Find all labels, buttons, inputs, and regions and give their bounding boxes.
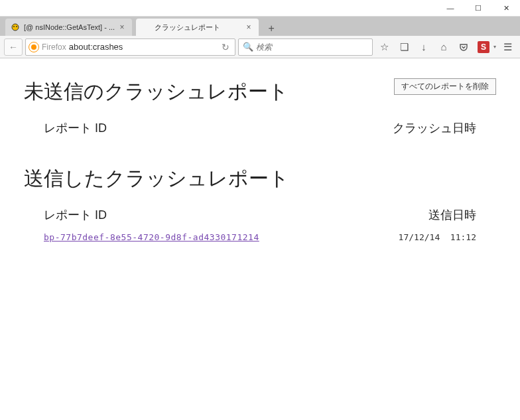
remove-all-reports-button[interactable]: すべてのレポートを削除 (394, 78, 496, 95)
window-titlebar: — ☐ ✕ (0, 0, 520, 17)
sent-reports-table: レポート ID 送信日時 bp-77b7deef-8e55-4720-9d8f-… (24, 207, 496, 246)
svg-point-3 (31, 44, 36, 50)
window-close-button[interactable]: ✕ (492, 0, 520, 17)
page-content: 未送信のクラッシュレポート すべてのレポートを削除 レポート ID クラッシュ日… (0, 58, 520, 266)
svg-point-2 (16, 26, 17, 27)
tab-title: クラッシュレポート (155, 23, 241, 33)
svg-point-0 (12, 24, 19, 31)
menu-icon[interactable]: ☰ (499, 38, 516, 56)
downloads-icon[interactable]: ↓ (415, 38, 432, 56)
chevron-down-icon[interactable]: ▾ (493, 44, 496, 50)
library-icon[interactable]: ❏ (395, 38, 413, 56)
identity-label: Firefox (42, 42, 66, 52)
tab-bugzilla[interactable]: [@ nsINode::GetAsText] - ... × (5, 19, 132, 36)
new-tab-button[interactable]: + (263, 21, 280, 36)
url-bar[interactable]: Firefox about:crashes ↻ (25, 38, 235, 56)
search-bar[interactable]: 🔍 (238, 38, 373, 56)
unsent-reports-heading: 未送信のクラッシュレポート (24, 78, 289, 105)
search-input[interactable] (256, 42, 368, 52)
tab-crashes[interactable]: クラッシュレポート × (136, 19, 259, 36)
close-icon[interactable]: × (244, 23, 253, 32)
close-icon[interactable]: × (117, 23, 127, 32)
pocket-icon[interactable] (455, 38, 472, 56)
tab-title: [@ nsINode::GetAsText] - ... (24, 23, 115, 31)
firefox-icon (29, 42, 39, 52)
window-minimize-button[interactable]: — (436, 0, 464, 17)
stylish-icon[interactable]: S (478, 41, 489, 53)
column-header-sent-date: 送信日時 (428, 207, 476, 223)
crash-report-date: 17/12/14 11:12 (399, 232, 476, 242)
navigation-toolbar: ← Firefox about:crashes ↻ 🔍 ☆ ❏ ↓ ⌂ S ▾ … (0, 36, 520, 58)
tab-strip: [@ nsINode::GetAsText] - ... × クラッシュレポート… (0, 17, 520, 36)
bookmark-star-icon[interactable]: ☆ (375, 38, 393, 56)
sent-reports-heading: 送信したクラッシュレポート (24, 165, 496, 192)
search-icon: 🔍 (243, 42, 253, 52)
url-text[interactable]: about:crashes (69, 42, 219, 52)
window-maximize-button[interactable]: ☐ (464, 0, 492, 17)
home-icon[interactable]: ⌂ (435, 38, 452, 56)
reload-icon[interactable]: ↻ (219, 42, 232, 52)
back-button[interactable]: ← (4, 38, 23, 56)
column-header-report-id: レポート ID (44, 207, 428, 223)
column-header-report-id: レポート ID (44, 120, 393, 136)
crash-report-link[interactable]: bp-77b7deef-8e55-4720-9d8f-ad4330171214 (44, 232, 399, 242)
blank-favicon-icon (141, 23, 151, 32)
column-header-crash-date: クラッシュ日時 (393, 120, 476, 136)
unsent-reports-table: レポート ID クラッシュ日時 (24, 120, 496, 145)
svg-point-1 (13, 26, 15, 27)
bug-icon (11, 23, 20, 32)
table-row: bp-77b7deef-8e55-4720-9d8f-ad4330171214 … (24, 232, 496, 246)
